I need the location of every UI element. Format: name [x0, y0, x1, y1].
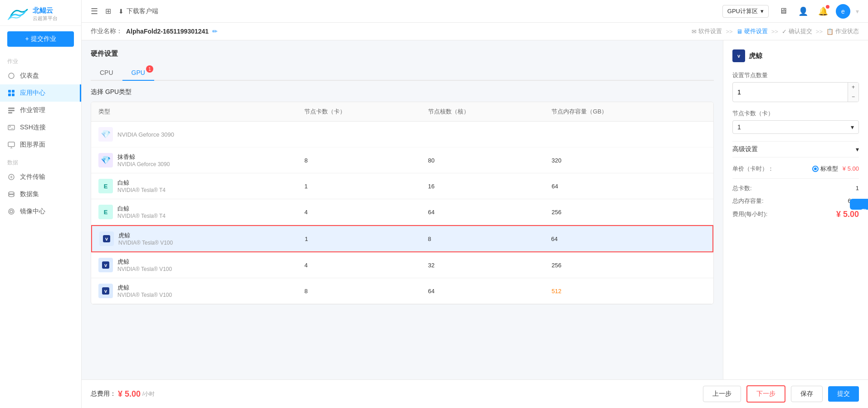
gpu-row-3[interactable]: E 白鲸 NVIDIA® Tesla® T4 4 64 256: [91, 199, 713, 225]
step-arrow-2: >>: [771, 28, 778, 35]
sidebar-label-app-center: 应用中心: [20, 89, 45, 97]
gpu-row-6[interactable]: v 虎鲸 NVIDIA® Tesla® V100 8 64 512: [91, 278, 713, 304]
svg-text:v: v: [104, 288, 107, 294]
sidebar-item-gui[interactable]: 图形界面: [0, 136, 81, 153]
logo-area: 北鲲云 云超算平台: [0, 0, 81, 26]
gpu-cell-type-2: E 白鲸 NVIDIA® Tesla® T4: [98, 179, 304, 193]
region-selector[interactable]: GPU计算区 ▾: [722, 5, 769, 18]
gpu-row-2[interactable]: E 白鲸 NVIDIA® Tesla® T4 1 16 64: [91, 173, 713, 199]
svg-text:v: v: [737, 53, 741, 59]
gpu-memory-6: 512: [551, 288, 706, 295]
col-memory: 节点内存容量（GB）: [551, 108, 706, 116]
col-cores: 节点核数（核）: [428, 108, 552, 116]
step-confirm-label: 确认提交: [789, 27, 812, 35]
sidebar-item-file-transfer[interactable]: 文件传输: [0, 168, 81, 186]
file-transfer-icon: [7, 173, 15, 181]
gpu-icon-6: v: [98, 284, 113, 298]
gpu-tab-badge: 1: [146, 65, 153, 73]
card-count-select[interactable]: 1 ▾: [732, 120, 859, 134]
download-client-btn[interactable]: ⬇ 下载客户端: [118, 7, 158, 15]
sidebar-item-job-mgmt[interactable]: 作业管理: [0, 102, 81, 119]
next-button[interactable]: 下一步: [746, 385, 785, 403]
gpu-cards-5: 4: [304, 262, 428, 269]
card-count-row: 节点卡数（卡） 1 ▾: [732, 109, 859, 134]
gpu-row-5[interactable]: v 虎鲸 NVIDIA® Tesla® V100 4 32 256: [91, 252, 713, 278]
svg-text:v: v: [105, 236, 108, 241]
step-confirm-icon: ✓: [782, 28, 787, 35]
gpu-icon-1: 💎: [98, 153, 113, 167]
gpu-cores-3: 64: [428, 209, 552, 216]
tab-cpu[interactable]: CPU: [91, 65, 122, 80]
rp-title-area: v 虎鲸: [732, 49, 859, 62]
help-center-button[interactable]: 帮助中心: [850, 199, 868, 210]
gpu-row-1[interactable]: 💎 抹香鲸 NVIDIA Geforce 3090 8 80 320: [91, 147, 713, 173]
gpu-row-0[interactable]: 💎 NVIDIA Geforce 3090: [91, 122, 713, 147]
sidebar-item-app-center[interactable]: 应用中心: [0, 84, 81, 102]
sidebar-label-image-center: 镜像中心: [20, 207, 45, 216]
gpu-memory-3: 256: [551, 209, 706, 216]
submit-button[interactable]: 提交: [828, 386, 859, 402]
sidebar-item-dashboard[interactable]: 仪表盘: [0, 67, 81, 84]
notification-dot: [826, 5, 829, 9]
gpu-cards-2: 1: [304, 183, 428, 190]
sidebar-label-dataset: 数据集: [20, 190, 39, 198]
edit-icon[interactable]: ✏: [212, 28, 218, 35]
user-avatar[interactable]: e: [836, 4, 850, 19]
sidebar-item-dataset[interactable]: 数据集: [0, 186, 81, 203]
gpu-cores-2: 16: [428, 183, 552, 190]
gpu-cores-4: 8: [428, 236, 551, 242]
gpu-cards-3: 4: [304, 209, 428, 216]
region-label: GPU计算区: [727, 7, 758, 15]
monitor-icon[interactable]: 🖥: [776, 4, 790, 19]
svg-rect-5: [8, 108, 15, 109]
job-name-area: 作业名称： AlphaFold2-1651199301241 ✏: [91, 27, 218, 35]
user-circle-icon[interactable]: 👤: [796, 4, 810, 19]
total-memory-label: 总内存容量:: [732, 197, 764, 205]
grid-icon[interactable]: ⊞: [105, 7, 111, 15]
section-title: 硬件设置: [91, 49, 714, 58]
footer-total: 总费用： ¥ 5.00 /小时: [91, 389, 155, 399]
menu-icon[interactable]: ☰: [91, 6, 98, 16]
topbar-right: GPU计算区 ▾ 🖥 👤 🔔 e ▾: [722, 4, 859, 19]
total-cards-label: 总卡数:: [732, 184, 752, 192]
job-name-value: AlphaFold2-1651199301241: [126, 28, 209, 35]
submit-job-button[interactable]: + 提交作业: [7, 31, 74, 47]
prev-button[interactable]: 上一步: [703, 386, 741, 402]
svg-rect-8: [8, 125, 15, 130]
svg-point-13: [9, 209, 14, 214]
save-button[interactable]: 保存: [791, 386, 823, 402]
right-panel: v 虎鲸 设置节点数量 + − 节点卡数（卡） 1: [723, 40, 868, 379]
gpu-memory-2: 64: [551, 183, 706, 190]
job-mgmt-icon: [7, 106, 15, 114]
breadcrumb-bar: 作业名称： AlphaFold2-1651199301241 ✏ ✉ 软件设置 …: [82, 23, 868, 40]
node-count-input[interactable]: [733, 86, 848, 98]
sidebar-label-job-mgmt: 作业管理: [20, 106, 45, 114]
node-count-decrease[interactable]: −: [848, 92, 858, 102]
step-hardware-label: 硬件设置: [744, 27, 768, 35]
gpu-name-1: 抹香鲸: [117, 153, 170, 161]
logo-text-main: 北鲲云: [33, 6, 58, 15]
gpu-subname-2: NVIDIA® Tesla® T4: [117, 187, 166, 193]
step-status: 📋 作业状态: [826, 27, 859, 35]
sidebar-item-ssh[interactable]: SSH连接: [0, 119, 81, 136]
breadcrumb-steps: ✉ 软件设置 >> 🖥 硬件设置 >> ✓ 确认提交 >> 📋 作业状态: [692, 27, 859, 35]
dashboard-icon: [7, 72, 15, 80]
card-count-chevron: ▾: [851, 123, 854, 131]
step-hardware-icon: 🖥: [736, 28, 742, 35]
standard-radio[interactable]: 标准型: [812, 165, 838, 173]
content-area: 硬件设置 CPU GPU 1 选择 GPU类型 类型 节点卡数（卡） 节点核数（…: [82, 40, 868, 379]
advanced-settings[interactable]: 高级设置 ▾: [732, 141, 859, 157]
chevron-down-icon: ▾: [761, 8, 764, 15]
bell-icon[interactable]: 🔔: [816, 4, 830, 19]
gpu-row-4[interactable]: v 虎鲸 NVIDIA® Tesla® V100 1 8 64: [91, 225, 713, 252]
sidebar-item-image-center[interactable]: 镜像中心: [0, 203, 81, 220]
topbar-expand-icon[interactable]: ▾: [856, 8, 859, 15]
node-count-increase[interactable]: +: [848, 83, 858, 92]
tab-gpu[interactable]: GPU 1: [122, 65, 154, 81]
gpu-icon-5: v: [98, 258, 113, 272]
svg-rect-6: [8, 110, 15, 111]
node-count-stepper: + −: [732, 82, 859, 102]
sidebar-label-gui: 图形界面: [20, 141, 45, 149]
logo-text-sub: 云超算平台: [33, 15, 58, 22]
footer-total-label: 总费用：: [91, 390, 116, 398]
